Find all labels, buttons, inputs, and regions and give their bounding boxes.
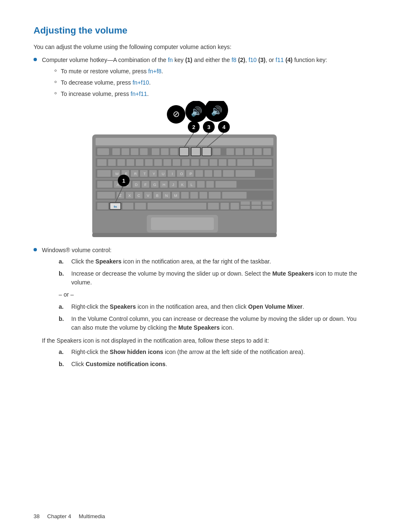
svg-text:J: J — [172, 183, 174, 187]
svg-rect-99 — [209, 192, 221, 199]
fn-f10: fn+f10 — [132, 79, 149, 86]
svg-rect-97 — [190, 192, 198, 199]
svg-rect-38 — [254, 159, 272, 166]
svg-rect-32 — [191, 159, 199, 166]
svg-text:O: O — [180, 172, 183, 176]
alpha-text-a2: Right-click the Speakers icon in the not… — [71, 302, 304, 311]
svg-rect-119 — [252, 201, 261, 205]
svg-text:B: B — [156, 194, 158, 198]
svg-text:2: 2 — [192, 124, 195, 130]
svg-text:4: 4 — [223, 124, 226, 130]
alpha-text-b1: Increase or decrease the volume by movin… — [71, 269, 366, 287]
sub-item-increase-text: To increase volume, press fn+f11. — [61, 90, 149, 98]
svg-rect-88 — [97, 192, 115, 199]
svg-rect-109 — [97, 203, 108, 209]
svg-rect-31 — [182, 159, 190, 166]
svg-rect-75 — [197, 181, 205, 188]
alpha-text-b3: Click Customize notification icons. — [71, 360, 167, 369]
open-volume-mixer-bold: Open Volume Mixer — [248, 303, 303, 310]
svg-rect-121 — [262, 201, 272, 205]
svg-rect-54 — [236, 170, 255, 177]
svg-text:M: M — [174, 194, 177, 198]
svg-rect-118 — [241, 206, 250, 209]
speakers-bold-2: Speakers — [110, 303, 136, 310]
f11-highlighted — [202, 147, 211, 156]
svg-rect-36 — [228, 159, 236, 166]
alpha-label-a1: a. — [59, 257, 67, 266]
key-2: (2) — [238, 57, 245, 63]
svg-text:fn: fn — [114, 205, 117, 209]
svg-rect-98 — [200, 192, 207, 199]
svg-rect-111 — [122, 203, 133, 209]
svg-text:X: X — [128, 194, 131, 198]
svg-rect-27 — [145, 159, 153, 166]
svg-text:N: N — [165, 194, 168, 198]
alpha-label-b2: b. — [59, 315, 67, 323]
svg-rect-14 — [161, 148, 169, 155]
svg-rect-10 — [122, 148, 129, 155]
svg-text:🔊: 🔊 — [211, 105, 223, 116]
list-item-1-content: Computer volume hotkey—A combination of … — [42, 56, 327, 242]
fn-f11: fn+f11 — [131, 90, 147, 97]
f8-highlighted — [179, 147, 189, 156]
svg-rect-29 — [164, 159, 171, 166]
svg-text:P: P — [190, 172, 192, 176]
svg-rect-120 — [252, 206, 261, 209]
sub-bullet-icon-3 — [55, 92, 57, 94]
svg-text:D: D — [135, 183, 138, 187]
alpha-label-a2: a. — [59, 302, 67, 311]
svg-rect-53 — [223, 170, 234, 177]
alpha-list-1: a. Click the Speakers icon in the notifi… — [59, 257, 366, 287]
svg-text:C: C — [138, 194, 140, 198]
svg-rect-127 — [151, 217, 214, 230]
svg-rect-19 — [245, 148, 252, 155]
sub-item-increase: To increase volume, press fn+f11. — [55, 90, 327, 98]
mute-speakers-bold-2: Mute Speakers — [178, 324, 220, 331]
sub-item-decrease: To decrease volume, press fn+f10. — [55, 78, 327, 87]
list-item-1: Computer volume hotkey—A combination of … — [34, 56, 366, 242]
svg-rect-21 — [263, 148, 271, 155]
alpha-item-b3: b. Click Customize notification icons. — [59, 360, 366, 369]
esc-key — [97, 148, 109, 155]
svg-text:I: I — [172, 172, 173, 176]
svg-rect-52 — [214, 170, 221, 177]
alpha-item-a1: a. Click the Speakers icon in the notifi… — [59, 257, 366, 266]
alpha-label-b3: b. — [59, 360, 67, 369]
svg-text:Y: Y — [153, 172, 155, 176]
or-divider: – or – — [59, 290, 366, 299]
fn-f8: fn+f8 — [148, 68, 162, 75]
svg-rect-96 — [181, 192, 189, 199]
key-1: (1) — [185, 57, 192, 63]
bullet-icon — [34, 58, 37, 61]
svg-rect-18 — [236, 148, 243, 155]
svg-rect-23 — [108, 159, 116, 166]
svg-rect-40 — [97, 170, 111, 177]
alpha-label-b1: b. — [59, 269, 67, 278]
list-item-2-content: Windows® volume control: a. Click the Sp… — [42, 246, 366, 372]
svg-text:U: U — [162, 172, 165, 176]
svg-rect-34 — [210, 159, 217, 166]
key-4: (4) — [286, 57, 293, 63]
list-item-2-text: Windows® volume control: — [42, 247, 112, 253]
svg-rect-16 — [213, 148, 221, 155]
svg-text:V: V — [147, 194, 149, 198]
alpha-item-a2: a. Right-click the Speakers icon in the … — [59, 302, 366, 311]
sub-bullet-icon — [55, 70, 57, 72]
svg-rect-30 — [173, 159, 180, 166]
sub-bullet-icon-2 — [55, 81, 57, 83]
svg-rect-11 — [131, 148, 138, 155]
fn-key: fn — [168, 57, 173, 63]
keyboard-svg: ⊘ 🔊 🔊 2 3 — [84, 101, 285, 239]
svg-text:🔊: 🔊 — [191, 106, 203, 117]
svg-text:⊘: ⊘ — [173, 109, 180, 119]
svg-text:F: F — [144, 183, 147, 187]
footer-page: 38 — [34, 513, 39, 519]
svg-text:K: K — [181, 183, 184, 187]
sub-list-1: To mute or restore volume, press fn+f8. … — [55, 67, 327, 98]
keyboard-diagram: ⊘ 🔊 🔊 2 3 — [84, 101, 285, 242]
main-list: Computer volume hotkey—A combination of … — [34, 56, 366, 372]
alpha-item-b1: b. Increase or decrease the volume by mo… — [59, 269, 366, 287]
footer: 38 Chapter 4 Multimedia — [34, 513, 105, 519]
sub-item-decrease-text: To decrease volume, press fn+f10. — [61, 78, 151, 87]
show-hidden-bold: Show hidden icons — [110, 349, 164, 355]
